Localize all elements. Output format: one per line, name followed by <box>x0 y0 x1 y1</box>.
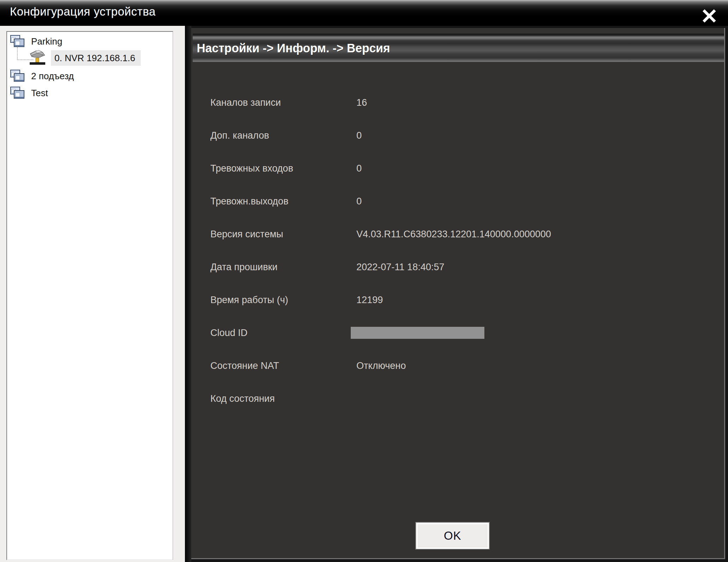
tree-item-label: Parking <box>30 35 64 48</box>
info-row-status-code: Код состояния <box>210 393 716 408</box>
close-icon[interactable] <box>701 8 717 24</box>
row-value: Отключено <box>356 360 406 371</box>
ok-button-label: OK <box>444 529 461 543</box>
panel-left-edge <box>185 26 191 562</box>
breadcrumb-header: Настройки -> Информ. -> Версия <box>193 34 724 63</box>
breadcrumb-text: Настройки -> Информ. -> Версия <box>193 41 390 55</box>
info-row-alarm-outputs: Тревожн.выходов 0 <box>210 196 716 211</box>
info-row-alarm-inputs: Тревожных входов 0 <box>210 163 716 178</box>
device-config-window: Конфигурация устройства Parking <box>0 0 728 562</box>
info-row-extra-channels: Доп. каналов 0 <box>210 130 716 145</box>
tree-item-label: 2 подъезд <box>30 70 75 82</box>
group-icon <box>10 86 25 100</box>
row-label: Код состояния <box>210 393 275 404</box>
device-tree: Parking 0. NVR 192.168.1.6 2 подъезд <box>6 31 173 560</box>
info-row-uptime: Время работы (ч) 12199 <box>210 295 716 309</box>
row-label: Тревожных входов <box>210 163 293 174</box>
row-value: 0 <box>356 130 362 141</box>
row-label: Состояние NAT <box>210 360 279 371</box>
group-icon <box>10 69 25 83</box>
tree-item-label-selected: 0. NVR 192.168.1.6 <box>51 50 141 66</box>
info-row-cloud-id: Cloud ID <box>210 328 716 342</box>
row-label: Тревожн.выходов <box>210 196 289 207</box>
row-value: 0 <box>356 196 362 207</box>
tree-item-nvr[interactable]: 0. NVR 192.168.1.6 <box>7 50 166 67</box>
ok-button[interactable]: OK <box>415 522 490 550</box>
row-label: Дата прошивки <box>210 262 278 273</box>
tree-item-podezd[interactable]: 2 подъезд <box>10 68 75 84</box>
row-value: 16 <box>356 97 367 108</box>
tree-item-label: Test <box>30 87 49 99</box>
window-titlebar: Конфигурация устройства <box>0 0 728 26</box>
row-value: 0 <box>356 163 362 174</box>
settings-panel: Настройки -> Информ. -> Версия Каналов з… <box>185 26 728 562</box>
info-row-system-version: Версия системы V4.03.R11.C6380233.12201.… <box>210 229 716 244</box>
row-label: Каналов записи <box>210 97 281 108</box>
row-label: Доп. каналов <box>210 130 269 141</box>
row-label: Время работы (ч) <box>210 295 288 306</box>
row-label: Версия системы <box>210 229 283 240</box>
nvr-device-icon <box>27 48 47 66</box>
cloud-id-redacted-bar <box>351 327 484 339</box>
tree-item-test[interactable]: Test <box>10 85 49 101</box>
row-value: V4.03.R11.C6380233.12201.140000.0000000 <box>356 229 551 240</box>
info-row-record-channels: Каналов записи 16 <box>210 97 716 112</box>
row-label: Cloud ID <box>210 328 247 338</box>
row-value: 12199 <box>356 295 383 306</box>
window-title: Конфигурация устройства <box>10 5 156 18</box>
row-value: 2022-07-11 18:40:57 <box>356 262 444 273</box>
info-row-firmware-date: Дата прошивки 2022-07-11 18:40:57 <box>210 262 716 277</box>
panel-content: Настройки -> Информ. -> Версия Каналов з… <box>191 28 725 559</box>
info-row-nat-status: Состояние NAT Отключено <box>210 360 716 375</box>
